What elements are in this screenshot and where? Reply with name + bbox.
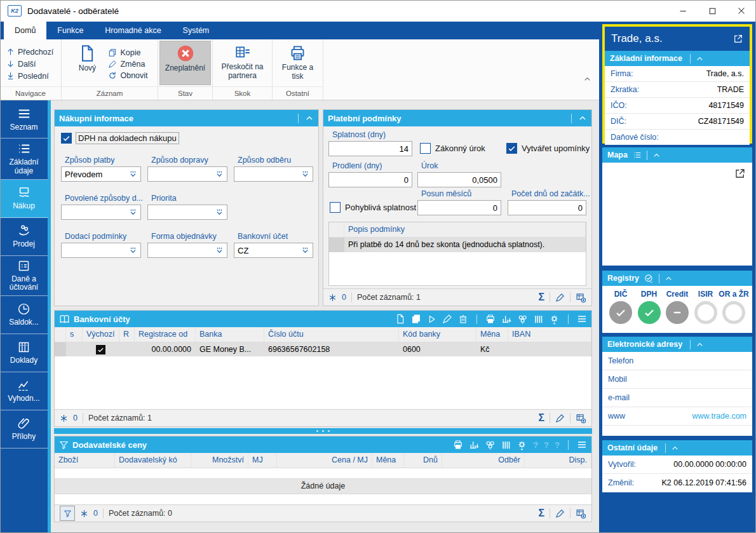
next-button[interactable]: Další (4, 59, 57, 69)
dropdown-icon[interactable] (129, 208, 137, 217)
ribbon-collapse-icon[interactable] (583, 75, 591, 83)
last-button[interactable]: Poslední (4, 71, 57, 81)
tab-system[interactable]: Systém (172, 22, 220, 39)
tab-domu[interactable]: Domů (4, 22, 46, 39)
sidebar-item-nakup[interactable]: Nákup (0, 180, 48, 218)
forma-objednavky-combo[interactable] (147, 243, 227, 258)
collapse-icon[interactable] (696, 341, 704, 349)
open-map-external-icon[interactable] (734, 168, 746, 179)
zpusob-dopravy-combo[interactable] (147, 166, 227, 182)
menu-icon[interactable] (577, 440, 587, 450)
invalidate-button[interactable]: Zneplatnění (159, 41, 211, 85)
tab-funkce[interactable]: Funkce (46, 22, 94, 39)
new-record-icon[interactable] (395, 314, 405, 324)
panel-splitter[interactable] (54, 428, 592, 434)
copy-button[interactable]: Kopie (108, 48, 147, 57)
sidebar-item-zakladni-udaje[interactable]: Základní údaje (0, 138, 48, 180)
map-menu-icon[interactable] (633, 151, 642, 159)
settings-gear-icon[interactable] (516, 440, 527, 450)
open-external-icon[interactable] (733, 34, 743, 44)
dropdown-icon[interactable] (215, 170, 224, 179)
www-link[interactable]: www.trade.com (692, 412, 746, 421)
sum-icon[interactable]: Σ (538, 292, 544, 303)
collapse-icon[interactable] (671, 444, 679, 452)
print-icon[interactable] (485, 314, 496, 324)
dropdown-icon[interactable] (301, 170, 309, 179)
priorita-combo[interactable] (147, 205, 227, 220)
dph-checkbox[interactable] (61, 133, 72, 144)
registry-item-isir[interactable]: ISIR (692, 290, 719, 324)
tab-hromadne-akce[interactable]: Hromadné akce (94, 22, 172, 39)
dropdown-icon[interactable] (129, 246, 137, 255)
splatnost-input[interactable]: 14 (328, 141, 412, 156)
table-add-icon[interactable] (576, 413, 586, 424)
prodleni-input[interactable]: 0 (328, 172, 412, 187)
dropdown-icon[interactable] (215, 208, 224, 217)
pocet-dnu-input[interactable]: 0 (508, 200, 586, 215)
registry-item-or-zr[interactable]: OR a ŽR (720, 290, 747, 324)
columns-icon[interactable] (534, 314, 543, 324)
collapse-icon[interactable] (578, 114, 587, 123)
sum-icon[interactable]: Σ (538, 508, 544, 519)
refresh-button[interactable]: Obnovit (108, 71, 147, 80)
sidebar-item-dane-a-uctovani[interactable]: Daně a účtování (0, 256, 48, 297)
sum-icon[interactable]: Σ (538, 412, 544, 424)
dropdown-icon[interactable] (215, 246, 224, 255)
edit-icon[interactable] (555, 293, 565, 302)
sidebar-item-prilohy[interactable]: Přílohy (0, 410, 48, 449)
change-button[interactable]: Změna (108, 60, 147, 69)
bank-table-row[interactable]: 00.00.0000 GE Money B... 69636567602158 … (55, 342, 591, 357)
default-account-checkbox[interactable] (96, 345, 105, 354)
vytvaret-upominky-row[interactable]: Vytvářet upomínky (506, 143, 590, 154)
registry-item-dph[interactable]: DPH (636, 290, 663, 324)
collapse-icon[interactable] (652, 151, 661, 159)
dropdown-icon[interactable] (129, 170, 137, 179)
new-button[interactable]: Nový (71, 41, 103, 86)
map-body[interactable] (602, 163, 752, 266)
chart-export-icon[interactable] (501, 314, 511, 324)
vytvaret-upominky-checkbox[interactable] (506, 143, 517, 154)
edit-icon[interactable] (555, 414, 565, 423)
dropdown-icon[interactable] (301, 246, 309, 255)
jump-to-partner-button[interactable]: Přeskočit na partnera (217, 41, 268, 86)
minimize-button[interactable] (668, 0, 698, 22)
wheels-icon[interactable] (485, 440, 496, 450)
functions-print-button[interactable]: Funkce a tisk (276, 41, 319, 86)
menu-icon[interactable] (577, 314, 587, 324)
collapse-icon[interactable] (665, 274, 673, 283)
run-icon[interactable] (427, 314, 436, 324)
posun-mesicu-input[interactable]: 0 (417, 200, 501, 215)
urok-input[interactable]: 0,0500 (417, 172, 501, 187)
sidebar-item-vyhodnoceni[interactable]: Vyhodn... (0, 372, 48, 410)
check-circle-icon[interactable] (644, 274, 654, 283)
previous-button[interactable]: Předchozí (4, 47, 57, 57)
dph-checkbox-row[interactable]: DPH na dokladech nákupu (61, 133, 179, 144)
filter-toggle[interactable] (60, 506, 75, 521)
delete-record-icon[interactable] (458, 314, 468, 324)
close-button[interactable] (727, 0, 756, 22)
sidebar-item-prodej[interactable]: Prodej (0, 218, 48, 256)
maximize-button[interactable] (698, 0, 727, 22)
registry-item-dic[interactable]: DIČ (607, 290, 634, 324)
zpusob-odberu-combo[interactable] (234, 166, 313, 182)
table-add-icon[interactable] (576, 508, 586, 519)
chart-export-icon[interactable] (469, 440, 479, 450)
copy-record-icon[interactable] (411, 314, 421, 324)
zpusob-platby-combo[interactable]: Převodem (61, 166, 141, 182)
settings-gear-icon[interactable] (549, 314, 560, 325)
grid-row-selected[interactable]: Při platbě do 14 dnů bez skonta (jednodu… (329, 238, 586, 252)
dodaci-podminky-combo[interactable] (61, 243, 141, 258)
print-icon[interactable] (453, 440, 463, 450)
pohybliva-splatnost-row[interactable]: Pohyblivá splatnost (330, 202, 416, 213)
table-add-icon[interactable] (576, 292, 586, 303)
collapse-icon[interactable] (305, 114, 314, 123)
pohybliva-splatnost-checkbox[interactable] (330, 202, 341, 213)
zakonny-urok-row[interactable]: Zákonný úrok (420, 143, 485, 154)
registry-item-credit[interactable]: Credit (664, 290, 691, 324)
sidebar-item-doklady[interactable]: Doklady (0, 334, 48, 372)
columns-icon[interactable] (501, 440, 511, 450)
sidebar-item-saldokonto[interactable]: Saldok... (0, 296, 48, 334)
collapse-icon[interactable] (696, 55, 704, 63)
bankovni-ucet-combo[interactable]: CZ (234, 243, 313, 258)
edit-record-icon[interactable] (442, 314, 452, 324)
